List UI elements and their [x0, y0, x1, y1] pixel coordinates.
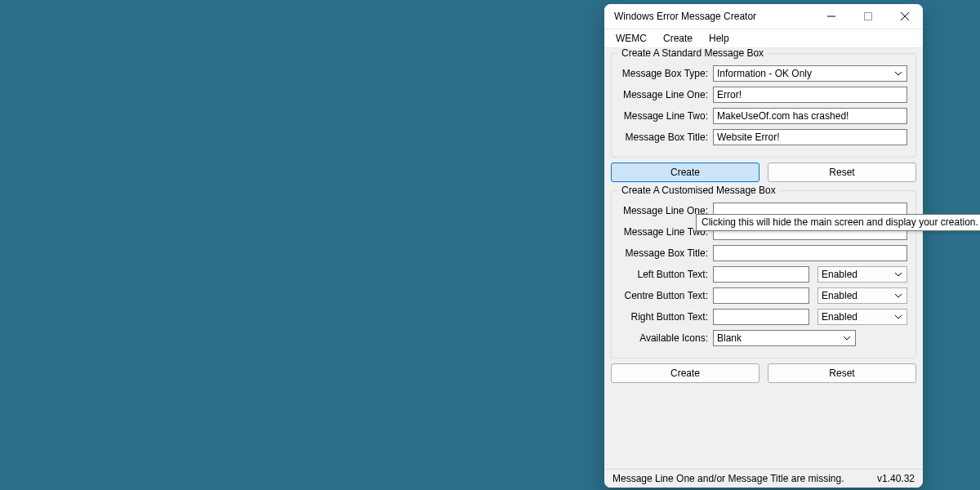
title-input[interactable]	[713, 129, 907, 145]
centrebtn-state-value: Enabled	[822, 290, 893, 301]
standard-legend: Create A Standard Message Box	[618, 47, 767, 59]
rightbtn-state-value: Enabled	[822, 311, 893, 323]
label-centrebtn: Centre Button Text:	[620, 290, 713, 301]
leftbtn-text-input[interactable]	[713, 266, 809, 283]
create-button-custom[interactable]: Create	[611, 363, 760, 383]
label-line1: Message Line One:	[620, 89, 713, 100]
reset-button-standard[interactable]: Reset	[768, 163, 916, 182]
menu-help[interactable]: Help	[701, 31, 737, 46]
custom-button-row: Create Reset	[611, 363, 916, 383]
standard-group: Create A Standard Message Box Message Bo…	[611, 53, 916, 158]
label-leftbtn: Left Button Text:	[620, 269, 713, 280]
leftbtn-state-value: Enabled	[822, 269, 893, 280]
standard-button-row: Create Reset	[611, 163, 916, 182]
maximize-icon	[864, 12, 872, 20]
tooltip: Clicking this will hide the main screen …	[696, 214, 980, 231]
reset-button-custom[interactable]: Reset	[768, 363, 916, 383]
icons-select[interactable]: Blank	[713, 330, 856, 346]
rightbtn-state-select[interactable]: Enabled	[817, 309, 907, 325]
app-window: Windows Error Message Creator WEMC Creat…	[604, 4, 923, 488]
label-msg-type: Message Box Type:	[620, 68, 713, 79]
label-title: Message Box Title:	[620, 131, 713, 143]
leftbtn-state-select[interactable]: Enabled	[817, 266, 907, 283]
label-icons: Available Icons:	[620, 332, 713, 344]
window-title: Windows Error Message Creator	[614, 11, 813, 22]
version-label: v1.40.32	[877, 473, 915, 484]
icons-value: Blank	[717, 332, 842, 344]
custom-legend: Create A Customised Message Box	[618, 185, 779, 196]
maximize-button[interactable]	[849, 4, 886, 29]
titlebar[interactable]: Windows Error Message Creator	[604, 4, 923, 29]
label-rightbtn: Right Button Text:	[620, 311, 713, 323]
close-icon	[901, 12, 909, 20]
message-type-select[interactable]: Information - OK Only	[713, 65, 907, 82]
minimize-button[interactable]	[813, 4, 849, 29]
centrebtn-text-input[interactable]	[713, 287, 809, 304]
menu-wemc[interactable]: WEMC	[608, 31, 655, 46]
centrebtn-state-select[interactable]: Enabled	[817, 287, 907, 304]
statusbar: Message Line One and/or Message Title ar…	[604, 469, 923, 488]
create-button-standard[interactable]: Create	[611, 163, 760, 182]
chevron-down-icon	[893, 314, 903, 320]
chevron-down-icon	[893, 271, 903, 278]
chevron-down-icon	[842, 335, 852, 341]
rightbtn-text-input[interactable]	[713, 309, 809, 325]
label-c-title: Message Box Title:	[620, 247, 713, 259]
message-type-value: Information - OK Only	[717, 68, 893, 79]
svg-rect-1	[864, 13, 871, 20]
c-title-input[interactable]	[713, 245, 907, 261]
chevron-down-icon	[893, 292, 903, 299]
line1-input[interactable]	[713, 87, 907, 103]
label-line2: Message Line Two:	[620, 110, 713, 122]
close-button[interactable]	[886, 4, 923, 29]
minimize-icon	[827, 12, 835, 20]
status-message: Message Line One and/or Message Title ar…	[612, 473, 877, 484]
menu-create[interactable]: Create	[655, 31, 701, 46]
line2-input[interactable]	[713, 108, 907, 124]
window-controls	[813, 4, 923, 29]
chevron-down-icon	[893, 70, 903, 77]
menubar: WEMC Create Help	[604, 29, 923, 48]
